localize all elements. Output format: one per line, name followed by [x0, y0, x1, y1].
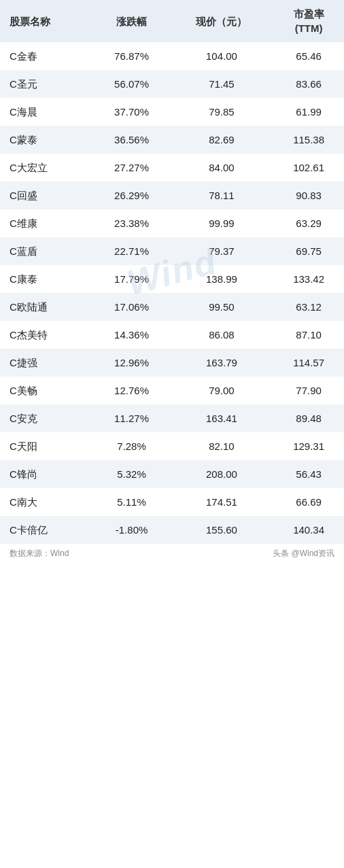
cell-price: 99.99: [170, 209, 274, 237]
table-header-row: 股票名称 涨跌幅 现价（元） 市盈率 (TTM): [0, 0, 344, 42]
cell-name: C蓝盾: [0, 237, 93, 265]
cell-pe: 61.99: [273, 98, 344, 126]
cell-change: 22.71%: [93, 237, 169, 265]
cell-pe: 63.12: [273, 293, 344, 321]
table-row: C蓝盾22.71%79.3769.75: [0, 237, 344, 265]
table-row: C维康23.38%99.9963.29: [0, 209, 344, 237]
cell-change: 37.70%: [93, 98, 169, 126]
col-header-pe: 市盈率 (TTM): [273, 0, 344, 42]
cell-name: C康泰: [0, 265, 93, 293]
table-row: C卡倍亿-1.80%155.60140.34: [0, 516, 344, 544]
col-header-price: 现价（元）: [170, 0, 274, 42]
cell-pe: 66.69: [273, 488, 344, 516]
cell-name: C美畅: [0, 377, 93, 404]
cell-name: C金春: [0, 42, 93, 70]
cell-name: C蒙泰: [0, 126, 93, 154]
cell-price: 174.51: [170, 488, 274, 516]
cell-pe: 87.10: [273, 321, 344, 349]
cell-pe: 140.34: [273, 516, 344, 544]
cell-price: 79.37: [170, 237, 274, 265]
cell-change: 27.27%: [93, 154, 169, 181]
table-row: C杰美特14.36%86.0887.10: [0, 321, 344, 349]
cell-price: 155.60: [170, 516, 274, 544]
cell-pe: 77.90: [273, 377, 344, 404]
cell-price: 99.50: [170, 293, 274, 321]
cell-name: C捷强: [0, 349, 93, 377]
cell-price: 82.10: [170, 432, 274, 460]
cell-pe: 115.38: [273, 126, 344, 154]
cell-pe: 114.57: [273, 349, 344, 377]
cell-change: 12.96%: [93, 349, 169, 377]
cell-pe: 89.48: [273, 404, 344, 432]
cell-change: 14.36%: [93, 321, 169, 349]
cell-pe: 102.61: [273, 154, 344, 181]
cell-name: C天阳: [0, 432, 93, 460]
footer-brand: 头条 @Wind资讯: [273, 548, 334, 559]
table-wrapper: Wind 股票名称 涨跌幅 现价（元） 市盈率 (TTM) C金春76.87%1…: [0, 0, 344, 544]
cell-price: 79.00: [170, 377, 274, 404]
cell-name: C锋尚: [0, 460, 93, 488]
cell-price: 86.08: [170, 321, 274, 349]
stock-table: 股票名称 涨跌幅 现价（元） 市盈率 (TTM) C金春76.87%104.00…: [0, 0, 344, 544]
cell-name: C卡倍亿: [0, 516, 93, 544]
cell-change: 17.79%: [93, 265, 169, 293]
table-row: C欧陆通17.06%99.5063.12: [0, 293, 344, 321]
cell-name: C维康: [0, 209, 93, 237]
cell-price: 71.45: [170, 70, 274, 98]
cell-pe: 56.43: [273, 460, 344, 488]
col-header-name: 股票名称: [0, 0, 93, 42]
cell-name: C圣元: [0, 70, 93, 98]
col-header-change: 涨跌幅: [93, 0, 169, 42]
cell-price: 78.11: [170, 181, 274, 209]
footer-source: 数据来源：Wind: [10, 548, 69, 559]
cell-price: 138.99: [170, 265, 274, 293]
table-row: C安克11.27%163.4189.48: [0, 404, 344, 432]
table-row: C康泰17.79%138.99133.42: [0, 265, 344, 293]
table-row: C天阳7.28%82.10129.31: [0, 432, 344, 460]
table-row: C蒙泰36.56%82.69115.38: [0, 126, 344, 154]
cell-change: 76.87%: [93, 42, 169, 70]
cell-pe: 63.29: [273, 209, 344, 237]
cell-name: C欧陆通: [0, 293, 93, 321]
cell-name: C海晨: [0, 98, 93, 126]
table-row: C美畅12.76%79.0077.90: [0, 377, 344, 404]
cell-change: 11.27%: [93, 404, 169, 432]
cell-change: 5.11%: [93, 488, 169, 516]
cell-change: 23.38%: [93, 209, 169, 237]
cell-pe: 65.46: [273, 42, 344, 70]
stock-table-container: Wind 股票名称 涨跌幅 现价（元） 市盈率 (TTM) C金春76.87%1…: [0, 0, 344, 563]
table-footer: 数据来源：Wind 头条 @Wind资讯: [0, 544, 344, 563]
cell-change: 12.76%: [93, 377, 169, 404]
cell-price: 104.00: [170, 42, 274, 70]
cell-price: 82.69: [170, 126, 274, 154]
cell-pe: 90.83: [273, 181, 344, 209]
cell-pe: 133.42: [273, 265, 344, 293]
cell-change: 17.06%: [93, 293, 169, 321]
cell-change: 36.56%: [93, 126, 169, 154]
cell-price: 84.00: [170, 154, 274, 181]
cell-price: 208.00: [170, 460, 274, 488]
table-row: C南大5.11%174.5166.69: [0, 488, 344, 516]
cell-price: 163.41: [170, 404, 274, 432]
cell-name: C南大: [0, 488, 93, 516]
cell-name: C杰美特: [0, 321, 93, 349]
cell-price: 163.79: [170, 349, 274, 377]
cell-change: 5.32%: [93, 460, 169, 488]
cell-price: 79.85: [170, 98, 274, 126]
table-row: C捷强12.96%163.79114.57: [0, 349, 344, 377]
table-row: C锋尚5.32%208.0056.43: [0, 460, 344, 488]
cell-pe: 129.31: [273, 432, 344, 460]
cell-change: 26.29%: [93, 181, 169, 209]
cell-pe: 83.66: [273, 70, 344, 98]
table-row: C金春76.87%104.0065.46: [0, 42, 344, 70]
cell-name: C安克: [0, 404, 93, 432]
cell-change: 7.28%: [93, 432, 169, 460]
cell-change: -1.80%: [93, 516, 169, 544]
cell-pe: 69.75: [273, 237, 344, 265]
cell-name: C大宏立: [0, 154, 93, 181]
table-row: C大宏立27.27%84.00102.61: [0, 154, 344, 181]
table-row: C圣元56.07%71.4583.66: [0, 70, 344, 98]
cell-name: C回盛: [0, 181, 93, 209]
cell-change: 56.07%: [93, 70, 169, 98]
table-row: C海晨37.70%79.8561.99: [0, 98, 344, 126]
